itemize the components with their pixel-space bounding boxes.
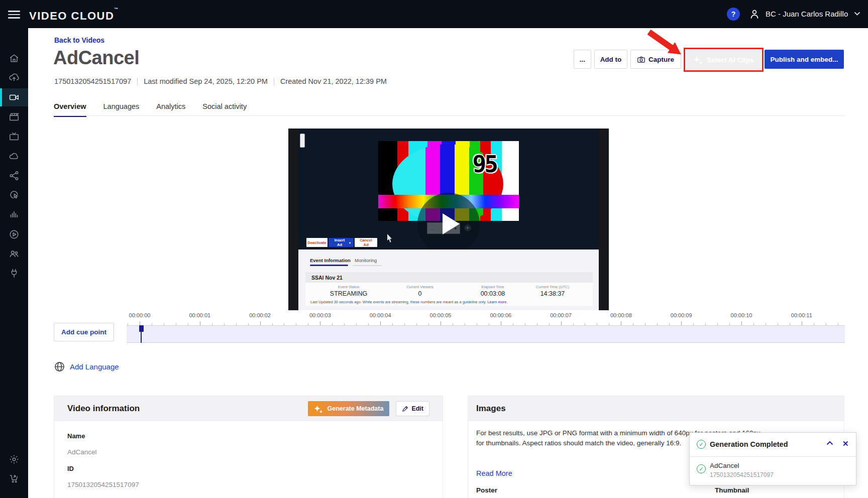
timeline-track[interactable] <box>127 325 845 343</box>
collapse-chevron-up-icon[interactable] <box>826 441 833 445</box>
stat-current-time-utc: Current Time (UTC)14:38:37 <box>520 285 585 297</box>
select-ai-clips-button[interactable]: ✦✦ Select AI Clips <box>686 50 762 70</box>
help-button[interactable]: ? <box>727 8 740 21</box>
publish-and-embed-button[interactable]: Publish and embed... <box>765 50 844 69</box>
timeline-label: 00:00:00 <box>125 312 155 318</box>
video-information-header: Video information ✦✦ Generate Metadata E… <box>54 396 443 421</box>
video-viewport[interactable]: 95 ...▾ ✛ Deactivate Insert Ad▾ Cancel A… <box>298 129 599 250</box>
video-camera-icon <box>9 92 20 103</box>
back-to-videos-link[interactable]: Back to Videos <box>54 36 104 44</box>
generate-metadata-button[interactable]: ✦✦ Generate Metadata <box>308 401 389 416</box>
timeline-label: 00:00:01 <box>185 312 215 318</box>
globe-icon <box>54 361 65 372</box>
name-field-value: AdCancel <box>67 448 97 456</box>
add-cue-point-button[interactable]: Add cue point <box>54 323 114 341</box>
play-button[interactable] <box>417 193 480 250</box>
timeline-label: 00:00:09 <box>666 312 696 318</box>
sidebar-item-cloud[interactable] <box>0 147 28 165</box>
toast-item-name[interactable]: AdCancel <box>710 462 739 469</box>
sidebar-item-audience[interactable] <box>0 244 28 263</box>
account-user-menu[interactable]: BC - Juan Carlos Radillo <box>766 10 848 18</box>
tab-analytics[interactable]: Analytics <box>156 102 185 117</box>
share-network-icon <box>9 170 20 181</box>
edit-button[interactable]: Edit <box>396 401 429 416</box>
plug-icon <box>9 268 20 279</box>
toast-header: ✓ Generation Completed ✕ <box>690 433 856 457</box>
overflow-menu-button[interactable]: ... <box>574 50 591 69</box>
tabs-divider <box>54 115 844 116</box>
generation-completed-toast: ✓ Generation Completed ✕ ✓ AdCancel 1750… <box>689 432 856 485</box>
tv-icon <box>9 131 20 142</box>
sidebar-item-upload[interactable] <box>0 68 28 86</box>
tab-monitoring[interactable]: Monitoring <box>355 258 377 263</box>
cloud-icon <box>9 151 20 162</box>
hamburger-menu-icon[interactable] <box>8 9 20 20</box>
pencil-icon <box>402 406 408 412</box>
cart-icon <box>9 473 20 484</box>
deactivate-button[interactable]: Deactivate <box>306 238 328 247</box>
stat-event-status: Event StatusSTREAMING <box>316 285 381 297</box>
sidebar-item-social[interactable] <box>0 167 28 185</box>
add-language-button[interactable]: Add Language <box>54 361 119 372</box>
stats-footnote: Last Updated 30 seconds ago. While event… <box>310 300 508 304</box>
tab-overview[interactable]: Overview <box>54 102 86 117</box>
timeline-label: 00:00:02 <box>245 312 275 318</box>
sidebar-item-clips[interactable] <box>0 108 28 126</box>
id-field-label: ID <box>67 465 74 472</box>
video-cloud-app: VIDEO CLOUD™ ? BC - Juan Carlos Radillo … <box>0 0 868 498</box>
users-icon <box>9 248 20 259</box>
sidebar-item-marketplace[interactable] <box>0 469 28 487</box>
camera-icon <box>637 56 645 63</box>
play-circle-icon <box>9 229 20 240</box>
chevron-down-icon[interactable] <box>854 12 860 16</box>
poster-label: Poster <box>476 486 497 494</box>
sidebar-item-settings[interactable] <box>0 450 28 468</box>
sidebar-item-live[interactable] <box>0 128 28 146</box>
active-tab-underline <box>310 265 348 266</box>
test-card-number: 95 <box>473 151 496 178</box>
cancel-ad-button[interactable]: Cancel Ad <box>355 238 377 247</box>
insert-ad-button[interactable]: Insert Ad▾ <box>329 238 354 247</box>
user-icon <box>748 8 761 20</box>
mouse-cursor <box>387 234 393 242</box>
learn-more-link[interactable]: Learn more. <box>487 300 507 304</box>
timeline-label: 00:00:08 <box>606 312 636 318</box>
sidebar-item-playback[interactable] <box>0 225 28 243</box>
ai-clips-highlight-frame: ✦✦ Select AI Clips <box>684 48 764 72</box>
player-letterbox-left <box>288 129 298 310</box>
event-information-panel: Event Information Monitoring SSAI Nov 21… <box>298 250 599 310</box>
close-icon[interactable]: ✕ <box>842 439 849 448</box>
event-name-bar: SSAI Nov 21 <box>305 272 593 283</box>
sidebar-item-media[interactable] <box>0 88 28 106</box>
timeline-label: 00:00:07 <box>546 312 576 318</box>
volume-slider[interactable] <box>300 134 305 148</box>
video-cloud-logo: VIDEO CLOUD™ <box>29 7 118 23</box>
stat-current-viewers: Current Viewers0 <box>387 285 453 297</box>
clapperboard-icon <box>9 111 20 122</box>
panel-title: Video information <box>67 404 308 414</box>
add-to-button[interactable]: Add to <box>594 50 627 69</box>
sidebar-item-analytics[interactable] <box>0 205 28 223</box>
video-player[interactable]: 95 ...▾ ✛ Deactivate Insert Ad▾ Cancel A… <box>288 129 609 310</box>
settings-gear-icon <box>9 454 20 465</box>
toast-item-id: 1750132054251517097 <box>710 471 774 478</box>
timeline-label: 00:00:05 <box>425 312 456 318</box>
sidebar-item-interactivity[interactable] <box>0 186 28 204</box>
tab-social-activity[interactable]: Social activity <box>202 102 247 117</box>
last-modified: Last modified Sep 24, 2025, 12:20 PM <box>144 77 268 85</box>
video-id: 1750132054251517097 <box>54 77 131 85</box>
sidebar-item-integrations[interactable] <box>0 264 28 282</box>
timeline-label: 00:00:03 <box>305 312 335 318</box>
playhead-marker[interactable] <box>139 325 144 332</box>
timeline-label: 00:00:06 <box>486 312 516 318</box>
stat-elapsed-time: Elapsed Time00:03:08 <box>460 285 525 297</box>
panel-title: Images <box>476 404 836 414</box>
inactive-tab-underline <box>353 265 382 266</box>
read-more-link[interactable]: Read More <box>476 469 512 477</box>
chevron-down-icon: ▾ <box>349 241 351 244</box>
top-bar: VIDEO CLOUD™ ? BC - Juan Carlos Radillo <box>0 0 868 28</box>
page-title: AdCancel <box>53 47 139 69</box>
tab-languages[interactable]: Languages <box>103 102 140 117</box>
tab-event-information[interactable]: Event Information <box>310 258 351 263</box>
sidebar-item-home[interactable] <box>0 49 28 67</box>
